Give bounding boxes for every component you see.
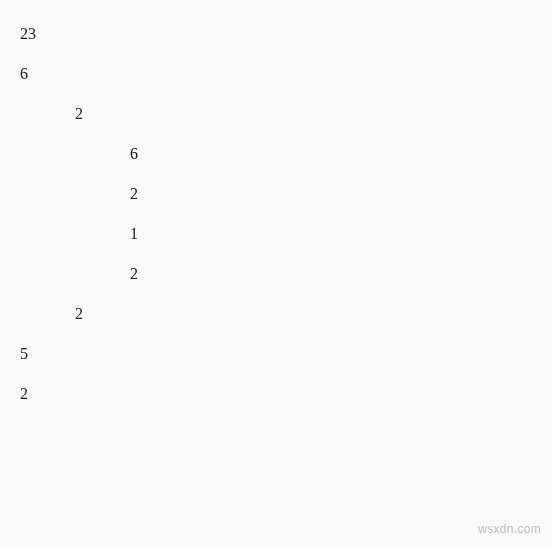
list-item: 6 — [20, 66, 553, 82]
list-item: 2 — [20, 266, 553, 282]
list-item: 2 — [20, 186, 553, 202]
list-item: 2 — [20, 306, 553, 322]
list-item: 23 — [20, 26, 553, 42]
list-item: 6 — [20, 146, 553, 162]
list-item: 2 — [20, 386, 553, 402]
list-item: 2 — [20, 106, 553, 122]
number-list: 23 6 2 6 2 1 2 2 5 2 — [0, 0, 553, 402]
list-item: 5 — [20, 346, 553, 362]
list-item: 1 — [20, 226, 553, 242]
watermark-text: wsxdn.com — [478, 522, 541, 536]
